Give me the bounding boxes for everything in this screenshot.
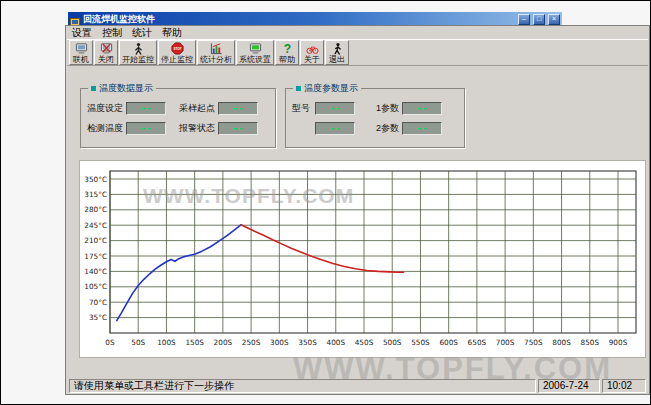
toolbar-button-close[interactable]: 关闭 (94, 40, 118, 65)
app-icon (70, 14, 80, 24)
toolbar-button-statistics[interactable]: 统计分析 (197, 40, 235, 65)
svg-text:550S: 550S (411, 338, 430, 347)
question-mark-icon: ? (281, 42, 294, 55)
toolbar-button-label: 系统设置 (239, 55, 271, 64)
field-sample-start: 采样起点 -- (179, 102, 271, 115)
svg-text:400S: 400S (326, 338, 345, 347)
svg-text:175°C: 175°C (84, 252, 107, 261)
close-button[interactable]: × (548, 14, 560, 25)
field-measured-temp: 检测温度 -- (87, 122, 179, 135)
toolbar-button-label: 关闭 (98, 55, 114, 64)
led-display: -- (218, 122, 258, 135)
field-model: 型号 -- (292, 102, 376, 115)
group-title: 温度数据显示 (88, 83, 156, 94)
status-bar: 请使用菜单或工具栏进行下一步操作 2006-7-24 10:02 (67, 378, 648, 394)
toolbar: 联机 关闭 开始监控 STOP 停止监控 (67, 39, 648, 66)
svg-text:?: ? (283, 42, 290, 55)
exit-person-icon (331, 42, 344, 55)
field-alarm-status: 报警状态 -- (179, 122, 271, 135)
svg-text:900S: 900S (609, 338, 628, 347)
toolbar-button-system-settings[interactable]: 系统设置 (236, 40, 274, 65)
field-param1: 1参数 -- (376, 102, 460, 115)
led-display: -- (218, 102, 258, 115)
window-title: 回流焊机监控软件 (83, 12, 515, 26)
svg-text:315°C: 315°C (84, 190, 107, 199)
menu-bar: 设置 控制 统计 帮助 (67, 26, 648, 39)
toolbar-button-stop-monitor[interactable]: STOP 停止监控 (158, 40, 196, 65)
field-param2: 2参数 -- (376, 122, 460, 135)
toolbar-button-label: 退出 (329, 55, 345, 64)
group-bullet-icon (91, 86, 96, 91)
temperature-data-group: 温度数据显示 温度设定 -- 采样起点 -- 检测温度 -- 报警状态 -- (80, 88, 276, 148)
toolbar-button-label: 统计分析 (200, 55, 232, 64)
svg-text:600S: 600S (439, 338, 458, 347)
svg-text:245°C: 245°C (84, 221, 107, 230)
led-display: -- (315, 102, 355, 115)
toolbar-button-label: 关于 (304, 55, 320, 64)
led-display: -- (126, 122, 166, 135)
minimize-button[interactable]: – (518, 14, 530, 25)
svg-text:200S: 200S (214, 338, 233, 347)
app-window: 设置 控制 统计 帮助 联机 关闭 (65, 25, 650, 395)
svg-text:100S: 100S (157, 338, 176, 347)
svg-text:280°C: 280°C (84, 205, 107, 214)
toolbar-button-label: 开始监控 (122, 55, 154, 64)
toolbar-button-about[interactable]: 关于 (300, 40, 324, 65)
bicycle-icon (306, 42, 319, 55)
svg-text:350S: 350S (298, 338, 317, 347)
svg-text:700S: 700S (496, 338, 515, 347)
svg-text:150S: 150S (185, 338, 204, 347)
svg-text:350°C: 350°C (84, 175, 107, 184)
toolbar-button-start-monitor[interactable]: 开始监控 (119, 40, 157, 65)
screenshot-root: 回流焊机监控软件 – □ × 设置 控制 统计 帮助 联机 (0, 0, 651, 405)
svg-text:450S: 450S (355, 338, 374, 347)
svg-text:35°C: 35°C (89, 313, 107, 322)
status-date: 2006-7-24 (538, 379, 600, 393)
svg-text:50S: 50S (131, 338, 145, 347)
bar-chart-icon (210, 42, 223, 55)
toolbar-button-help[interactable]: ? 帮助 (275, 40, 299, 65)
status-message: 请使用菜单或工具栏进行下一步操作 (69, 379, 536, 393)
svg-text:105°C: 105°C (84, 282, 107, 291)
menu-item-control[interactable]: 控制 (97, 26, 127, 39)
settings-monitor-icon (249, 42, 262, 55)
computer-icon (75, 42, 88, 55)
group-title: 温度参数显示 (293, 83, 361, 94)
svg-text:70°C: 70°C (89, 298, 107, 307)
field-extra: -- (292, 122, 376, 135)
svg-text:STOP: STOP (173, 46, 181, 50)
group-title-label: 温度数据显示 (99, 83, 153, 94)
group-title-label: 温度参数显示 (304, 83, 358, 94)
disconnect-monitor-icon (100, 42, 113, 55)
temperature-chart: 0S50S100S150S200S250S300S350S400S450S500… (79, 160, 646, 358)
svg-text:850S: 850S (580, 338, 599, 347)
temperature-param-group: 温度参数显示 型号 -- 1参数 -- -- 2参数 -- (285, 88, 465, 148)
title-bar: 回流焊机监控软件 – □ × (68, 12, 562, 26)
svg-text:0S: 0S (105, 338, 115, 347)
toolbar-button-label: 帮助 (279, 55, 295, 64)
led-display: -- (402, 122, 442, 135)
group-bullet-icon (296, 86, 301, 91)
status-time: 10:02 (602, 379, 646, 393)
svg-text:800S: 800S (552, 338, 571, 347)
toolbar-button-label: 停止监控 (161, 55, 193, 64)
toolbar-button-connect[interactable]: 联机 (69, 40, 93, 65)
svg-text:500S: 500S (383, 338, 402, 347)
menu-item-statistics[interactable]: 统计 (127, 26, 157, 39)
menu-item-settings[interactable]: 设置 (67, 26, 97, 39)
svg-text:140°C: 140°C (84, 267, 107, 276)
toolbar-button-label: 联机 (73, 55, 89, 64)
maximize-button[interactable]: □ (533, 14, 545, 25)
led-display: -- (402, 102, 442, 115)
temperature-chart-svg: 0S50S100S150S200S250S300S350S400S450S500… (80, 161, 645, 357)
led-display: -- (126, 102, 166, 115)
menu-item-help[interactable]: 帮助 (157, 26, 187, 39)
stop-sign-icon: STOP (171, 42, 184, 55)
svg-text:300S: 300S (270, 338, 289, 347)
start-person-icon (132, 42, 145, 55)
svg-text:750S: 750S (524, 338, 543, 347)
toolbar-button-exit[interactable]: 退出 (325, 40, 349, 65)
svg-text:250S: 250S (242, 338, 261, 347)
svg-text:210°C: 210°C (84, 236, 107, 245)
field-temp-setting: 温度设定 -- (87, 102, 179, 115)
